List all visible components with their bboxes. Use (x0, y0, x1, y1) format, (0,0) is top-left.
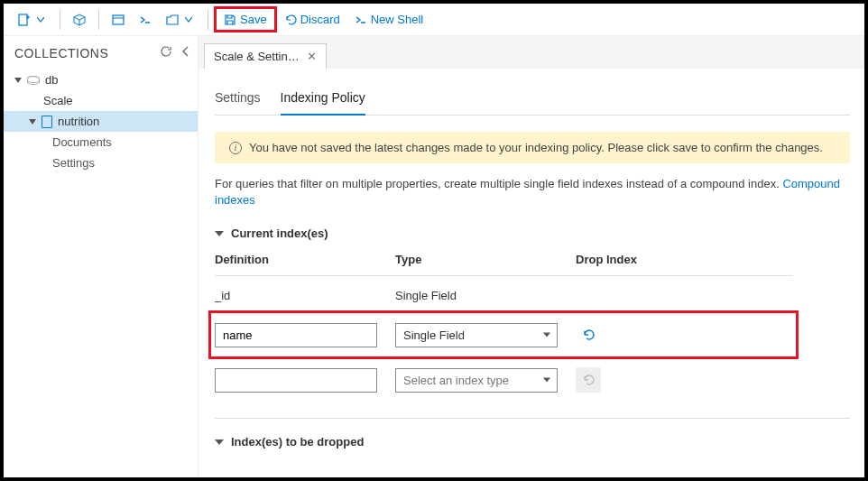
new-shell-button[interactable]: New Shell (347, 9, 431, 30)
definition-input[interactable] (215, 368, 377, 393)
tab-label: Scale & Settin… (214, 50, 300, 63)
shell-icon (355, 14, 367, 26)
close-icon[interactable]: ✕ (307, 50, 317, 63)
collection-icon (42, 116, 52, 128)
discard-button[interactable]: Discard (277, 9, 347, 30)
undo-button[interactable] (576, 322, 601, 347)
sidebar-title: COLLECTIONS (14, 46, 108, 60)
type-select[interactable]: Single Field (395, 323, 558, 347)
index-row-empty: Select an index type (215, 358, 792, 402)
definition-input[interactable] (215, 323, 377, 347)
info-icon: i (229, 142, 242, 154)
svg-rect-0 (19, 14, 27, 25)
separator (60, 10, 60, 30)
collapse-icon[interactable] (181, 45, 190, 60)
index-row: _id Single Field (215, 280, 792, 311)
chevron-down-icon (215, 439, 224, 445)
tab-indexing-policy[interactable]: Indexing Policy (281, 85, 365, 116)
refresh-icon[interactable] (160, 45, 172, 60)
undo-icon (581, 328, 596, 342)
section-drop-indexes[interactable]: Index(es) to be dropped (215, 435, 850, 449)
chevron-down-icon (34, 14, 47, 26)
unsaved-banner: i You have not saved the latest changes … (215, 132, 850, 163)
database-icon (27, 76, 40, 85)
save-icon (224, 14, 236, 26)
tree-documents[interactable]: Documents (4, 132, 198, 153)
sidebar: COLLECTIONS db Scale nutrition D (4, 36, 199, 477)
type-value: Single Field (395, 289, 576, 302)
section-current-indexes[interactable]: Current index(es) (215, 227, 850, 240)
settings-label: Settings (52, 156, 95, 170)
documents-label: Documents (52, 135, 112, 149)
discard-label: Discard (300, 13, 340, 26)
save-label: Save (240, 13, 267, 26)
cube-button[interactable] (66, 10, 93, 30)
collection-label: nutrition (58, 115, 99, 128)
divider (215, 418, 850, 419)
shell-button[interactable] (132, 10, 159, 30)
db-label: db (45, 73, 58, 87)
chevron-down-icon (182, 14, 195, 26)
new-shell-label: New Shell (371, 13, 424, 26)
undo-button-disabled (576, 367, 601, 393)
caret-icon (29, 119, 36, 125)
cube-icon (73, 14, 86, 26)
col-type: Type (395, 253, 576, 266)
tree-settings[interactable]: Settings (4, 153, 198, 173)
save-button[interactable]: Save (214, 6, 277, 32)
tab-settings[interactable]: Settings (215, 85, 261, 115)
separator (98, 10, 99, 30)
col-drop: Drop Index (576, 253, 720, 266)
svg-rect-1 (113, 15, 124, 24)
panel-button[interactable] (105, 10, 132, 30)
new-doc-icon (18, 14, 31, 26)
index-table: Definition Type Drop Index _id Single Fi… (215, 253, 792, 402)
col-definition: Definition (215, 253, 395, 266)
tree-scale[interactable]: Scale (4, 90, 198, 111)
editor-tab[interactable]: Scale & Settin… ✕ (204, 43, 327, 69)
tree-collection[interactable]: nutrition (4, 111, 198, 132)
tree-db[interactable]: db (4, 69, 198, 90)
caret-icon (14, 78, 22, 83)
description: For queries that filter on multiple prop… (215, 176, 850, 208)
banner-text: You have not saved the latest changes ma… (249, 141, 823, 154)
editor-tabstrip: Scale & Settin… ✕ (199, 36, 864, 69)
type-select[interactable]: Select an index type (395, 368, 558, 393)
undo-icon (284, 14, 297, 26)
undo-icon (581, 373, 596, 387)
new-doc-button[interactable] (11, 10, 54, 30)
separator (208, 10, 208, 30)
def-value: _id (215, 289, 395, 302)
index-row-highlighted: Single Field (209, 311, 798, 358)
scale-label: Scale (43, 94, 73, 107)
shell-icon (139, 14, 152, 26)
folder-icon (166, 14, 179, 26)
chevron-down-icon (215, 231, 224, 236)
folder-button[interactable] (159, 10, 202, 30)
panel-icon (112, 14, 125, 26)
